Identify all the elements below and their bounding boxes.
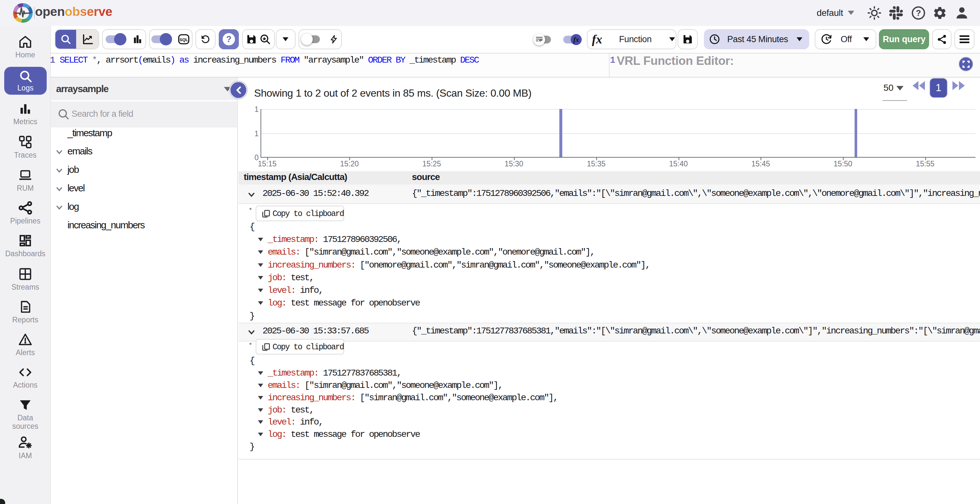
svg-text:★: ★ <box>262 36 267 41</box>
svg-text:?: ? <box>916 8 921 18</box>
svg-text:SQL: SQL <box>180 38 188 42</box>
